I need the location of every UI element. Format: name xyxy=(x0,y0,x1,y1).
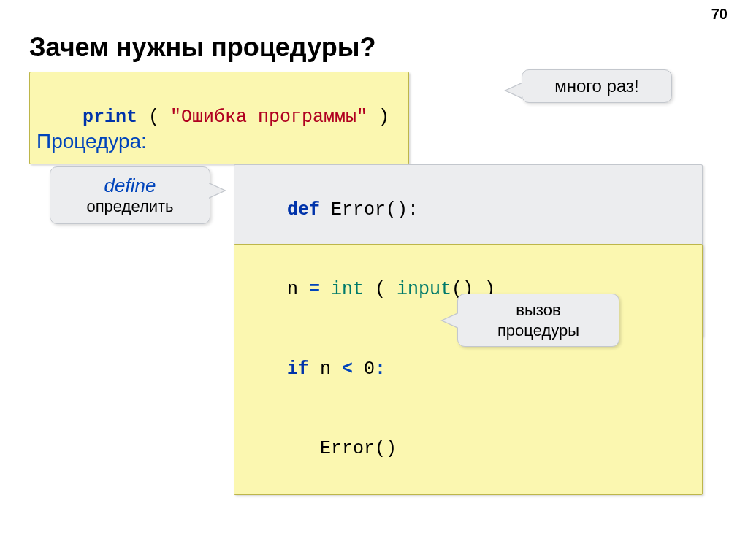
op-eq: = xyxy=(309,279,320,300)
paren: (): xyxy=(386,199,419,220)
pad xyxy=(320,279,331,300)
callout-tail xyxy=(208,183,224,198)
pad xyxy=(287,438,320,459)
callout-define-italic: define xyxy=(59,174,201,197)
var: n xyxy=(287,279,309,300)
callout-line2: процедуры xyxy=(497,321,579,340)
callout-many-times: много раз! xyxy=(522,69,672,103)
call-error: Error() xyxy=(320,438,397,459)
fn-int: int xyxy=(331,279,364,300)
kw-if: if xyxy=(287,358,309,380)
subheading-procedure: Процедура: xyxy=(37,130,147,153)
code-box-call: n = int ( input() ) if n < 0: Error() xyxy=(234,244,703,495)
callout-tail xyxy=(443,313,459,328)
callout-call-procedure: вызов процедуры xyxy=(457,294,619,347)
fn-input: input xyxy=(397,279,451,300)
paren: ( xyxy=(364,279,397,300)
var: n xyxy=(309,358,342,380)
slide-heading: Зачем нужны процедуры? xyxy=(29,32,375,63)
op-lt: < xyxy=(342,358,353,380)
paren: ) xyxy=(367,107,389,128)
paren: ( xyxy=(137,107,170,128)
colon: : xyxy=(375,358,386,380)
callout-text: много раз! xyxy=(537,76,657,96)
num: 0 xyxy=(353,358,375,380)
kw-print: print xyxy=(83,107,137,128)
callout-define: define определить xyxy=(50,166,210,224)
page-number: 70 xyxy=(711,6,728,23)
kw-def: def xyxy=(287,199,320,220)
callout-define-sub: определить xyxy=(59,197,201,216)
callout-tail xyxy=(506,83,522,98)
string-literal: "Ошибка программы" xyxy=(170,107,367,128)
callout-line1: вызов xyxy=(516,301,560,319)
fn-name: Error xyxy=(320,199,386,220)
